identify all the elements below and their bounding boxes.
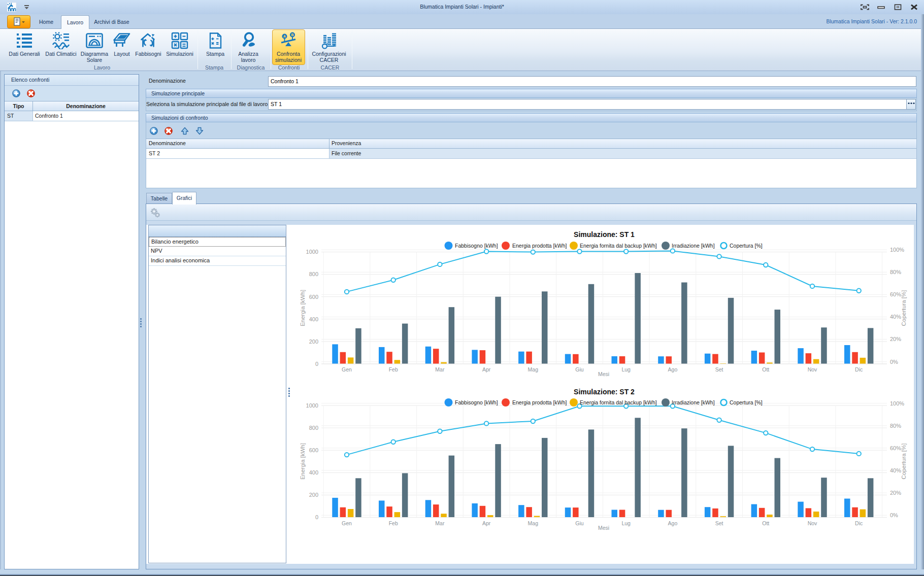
svg-text:Feb: Feb [389, 520, 398, 526]
svg-text:Energia fornita dal backup [kW: Energia fornita dal backup [kWh] [580, 243, 657, 249]
svg-text:Dic: Dic [855, 520, 863, 526]
svg-text:600: 600 [309, 447, 318, 453]
svg-text:Dic: Dic [855, 366, 863, 372]
svg-text:Irradiazione [kWh]: Irradiazione [kWh] [672, 399, 715, 405]
svg-text:Ott: Ott [762, 520, 769, 526]
svg-text:0: 0 [315, 361, 318, 367]
svg-text:Feb: Feb [389, 366, 398, 372]
svg-text:200: 200 [309, 492, 318, 498]
svg-text:0%: 0% [890, 359, 898, 365]
svg-text:600: 600 [309, 294, 318, 300]
svg-text:20%: 20% [890, 490, 901, 496]
svg-text:Energia [kWh]: Energia [kWh] [300, 290, 306, 326]
svg-text:Set: Set [715, 366, 723, 372]
svg-text:Nov: Nov [808, 366, 817, 372]
svg-text:Giu: Giu [575, 520, 584, 526]
svg-text:Copertura [%]: Copertura [%] [901, 290, 907, 326]
svg-text:80%: 80% [890, 269, 901, 275]
svg-text:Lug: Lug [621, 520, 631, 526]
svg-text:Ago: Ago [668, 520, 678, 526]
svg-text:80%: 80% [890, 423, 901, 429]
svg-text:Ott: Ott [762, 366, 769, 372]
svg-text:Simulazione: ST 1: Simulazione: ST 1 [574, 230, 635, 239]
svg-text:Simulazione: ST 2: Simulazione: ST 2 [574, 388, 635, 396]
svg-text:0: 0 [315, 514, 318, 520]
svg-text:Set: Set [715, 520, 723, 526]
svg-text:Energia fornita dal backup [kW: Energia fornita dal backup [kWh] [580, 399, 657, 405]
svg-text:Giu: Giu [575, 366, 584, 372]
svg-text:Ago: Ago [668, 366, 678, 372]
svg-text:Fabbisogno [kWh]: Fabbisogno [kWh] [455, 399, 498, 405]
svg-text:Apr: Apr [482, 520, 491, 526]
svg-text:Gen: Gen [342, 366, 352, 372]
svg-text:40%: 40% [890, 467, 901, 473]
svg-text:Apr: Apr [482, 366, 491, 372]
svg-text:0%: 0% [890, 512, 898, 518]
svg-text:Lug: Lug [621, 366, 631, 372]
svg-text:Mesi: Mesi [598, 525, 609, 531]
svg-text:Mag: Mag [528, 520, 539, 526]
svg-text:Energia prodotta [kWh]: Energia prodotta [kWh] [512, 399, 567, 405]
svg-text:Copertura [%]: Copertura [%] [901, 444, 907, 480]
svg-text:A: A [283, 35, 286, 38]
svg-text:Mesi: Mesi [598, 371, 609, 377]
svg-text:60%: 60% [890, 445, 901, 451]
svg-text:60%: 60% [890, 291, 901, 297]
svg-text:Fabbisogno [kWh]: Fabbisogno [kWh] [455, 243, 498, 249]
svg-text:1000: 1000 [306, 249, 318, 255]
svg-text:Mar: Mar [435, 366, 445, 372]
svg-text:100%: 100% [890, 400, 904, 406]
svg-text:40%: 40% [890, 314, 901, 320]
svg-text:400: 400 [309, 316, 318, 322]
svg-text:Copertura [%]: Copertura [%] [730, 399, 763, 405]
svg-text:1000: 1000 [306, 402, 318, 409]
svg-text:Energia prodotta [kWh]: Energia prodotta [kWh] [512, 243, 567, 249]
svg-text:Gen: Gen [342, 520, 352, 526]
svg-text:Mar: Mar [435, 520, 445, 526]
svg-text:400: 400 [309, 469, 318, 476]
svg-text:20%: 20% [890, 336, 901, 342]
svg-text:100%: 100% [890, 247, 904, 253]
svg-text:Nov: Nov [808, 520, 817, 526]
svg-text:Copertura [%]: Copertura [%] [730, 243, 763, 249]
svg-text:800: 800 [309, 271, 318, 277]
svg-text:B: B [291, 33, 293, 37]
svg-text:800: 800 [309, 425, 318, 431]
svg-text:200: 200 [309, 338, 318, 345]
svg-text:Energia [kWh]: Energia [kWh] [300, 443, 306, 480]
svg-text:Mag: Mag [528, 366, 539, 372]
svg-text:Irradiazione [kWh]: Irradiazione [kWh] [672, 243, 715, 249]
